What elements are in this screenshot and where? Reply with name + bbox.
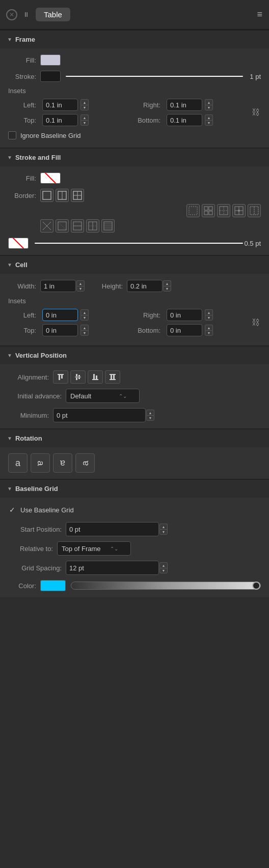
border-icon-12[interactable] xyxy=(86,219,99,233)
border-icon-6[interactable] xyxy=(217,204,230,217)
minimum-spinner[interactable]: ▲ ▼ xyxy=(146,410,154,421)
cell-bottom-up-btn[interactable]: ▲ xyxy=(205,325,213,330)
sf-stroke-swatch[interactable] xyxy=(8,238,29,249)
cell-width-up-btn[interactable]: ▲ xyxy=(76,280,85,286)
cell-top-input[interactable] xyxy=(42,324,78,336)
top-down-btn[interactable]: ▼ xyxy=(80,120,89,126)
cell-left-input[interactable] xyxy=(42,309,78,321)
start-position-spinner[interactable]: ▲ ▼ xyxy=(159,524,168,535)
cell-width-down-btn[interactable]: ▼ xyxy=(76,286,85,292)
rotation-btn-180[interactable]: a xyxy=(53,453,72,473)
vertical-section-header[interactable]: ▼ Vertical Position xyxy=(0,346,269,364)
stroke-slider[interactable] xyxy=(66,76,243,77)
color-slider-thumb[interactable] xyxy=(252,582,260,590)
cell-width-spinner[interactable]: ▲ ▼ xyxy=(76,280,85,292)
initial-advance-select[interactable]: Default ⌃⌄ xyxy=(66,389,140,403)
cell-bottom-down-btn[interactable]: ▼ xyxy=(205,330,213,336)
rotation-section-header[interactable]: ▼ Rotation xyxy=(0,429,269,447)
bottom-up-btn[interactable]: ▲ xyxy=(205,114,213,120)
cell-width-label: Width: xyxy=(8,282,36,290)
start-position-input[interactable] xyxy=(66,522,159,536)
top-spinner[interactable]: ▲ ▼ xyxy=(80,114,89,126)
top-up-btn[interactable]: ▲ xyxy=(80,114,89,120)
cell-left-spinner[interactable]: ▲ ▼ xyxy=(80,309,89,321)
border-icon-7[interactable] xyxy=(232,204,246,217)
border-icon-11[interactable] xyxy=(71,219,84,233)
cell-right-up-btn[interactable]: ▲ xyxy=(205,309,213,315)
border-icon-5[interactable] xyxy=(202,204,215,217)
top-input[interactable] xyxy=(42,114,78,126)
right-down-btn[interactable]: ▼ xyxy=(205,105,213,110)
cell-right-spinner[interactable]: ▲ ▼ xyxy=(205,309,213,321)
cell-bottom-spinner[interactable]: ▲ ▼ xyxy=(205,325,213,336)
cell-height-input[interactable] xyxy=(127,280,163,292)
align-bottom-btn[interactable] xyxy=(88,370,103,384)
left-up-btn[interactable]: ▲ xyxy=(80,99,89,105)
cell-section-header[interactable]: ▼ Cell xyxy=(0,256,269,274)
left-input[interactable] xyxy=(42,99,78,111)
left-spinner[interactable]: ▲ ▼ xyxy=(80,99,89,110)
stroke-fill-section-header[interactable]: ▼ Stroke and Fill xyxy=(0,149,269,166)
border-icon-3[interactable] xyxy=(71,189,84,202)
border-icon-9[interactable] xyxy=(40,219,53,233)
frame-section-header[interactable]: ▼ Frame xyxy=(0,31,269,48)
relative-to-select[interactable]: Top of Frame ⌃⌄ xyxy=(57,541,131,556)
rotation-btn-normal[interactable]: a xyxy=(8,453,28,473)
bottom-down-btn[interactable]: ▼ xyxy=(205,120,213,126)
minimum-down-btn[interactable]: ▼ xyxy=(146,415,154,421)
minimum-input[interactable] xyxy=(53,408,146,422)
start-position-down-btn[interactable]: ▼ xyxy=(159,529,168,535)
border-icon-2[interactable] xyxy=(56,189,69,202)
close-button[interactable]: ✕ xyxy=(6,9,17,20)
sf-fill-swatch[interactable] xyxy=(40,172,61,184)
right-spinner[interactable]: ▲ ▼ xyxy=(205,99,213,110)
cell-link-icon[interactable]: ⛓ xyxy=(251,318,261,327)
cell-height-down-btn[interactable]: ▼ xyxy=(163,286,171,292)
left-down-btn[interactable]: ▼ xyxy=(80,105,89,110)
grid-spacing-input[interactable] xyxy=(66,561,159,575)
link-icon[interactable]: ⛓ xyxy=(251,108,261,117)
cell-width-input[interactable] xyxy=(40,280,76,292)
cell-left-down-btn[interactable]: ▼ xyxy=(80,315,89,321)
ignore-baseline-checkbox[interactable] xyxy=(8,131,16,139)
color-swatch[interactable] xyxy=(40,580,66,591)
stroke-row: Stroke: 1 pt xyxy=(8,71,261,82)
border-icon-8[interactable] xyxy=(248,204,261,217)
baseline-section-header[interactable]: ▼ Baseline Grid xyxy=(0,480,269,498)
pause-button[interactable]: ⏸ xyxy=(21,10,31,19)
fill-swatch[interactable] xyxy=(40,54,61,66)
border-icon-13[interactable] xyxy=(101,219,115,233)
cell-top-spinner[interactable]: ▲ ▼ xyxy=(80,325,89,336)
right-input[interactable] xyxy=(167,99,202,111)
align-justify-btn[interactable] xyxy=(105,370,120,384)
menu-icon[interactable]: ≡ xyxy=(257,9,263,20)
cell-right-down-btn[interactable]: ▼ xyxy=(205,315,213,321)
bottom-spinner[interactable]: ▲ ▼ xyxy=(205,114,213,126)
align-middle-btn[interactable] xyxy=(70,370,86,384)
cell-top-down-btn[interactable]: ▼ xyxy=(80,330,89,336)
start-position-up-btn[interactable]: ▲ xyxy=(159,524,168,529)
rotation-btn-270[interactable]: a xyxy=(75,453,95,473)
cell-right-input[interactable] xyxy=(167,309,202,321)
cell-top-up-btn[interactable]: ▲ xyxy=(80,325,89,330)
color-slider[interactable] xyxy=(71,582,261,590)
cell-height-up-btn[interactable]: ▲ xyxy=(163,280,171,286)
cell-bottom-input[interactable] xyxy=(167,324,202,336)
grid-spacing-spinner[interactable]: ▲ ▼ xyxy=(159,562,168,573)
right-up-btn[interactable]: ▲ xyxy=(205,99,213,105)
cell-height-spinner[interactable]: ▲ ▼ xyxy=(163,280,171,292)
stroke-swatch[interactable] xyxy=(40,71,61,82)
sf-stroke-slider[interactable] xyxy=(35,243,243,244)
grid-spacing-down-btn[interactable]: ▼ xyxy=(159,568,168,573)
bottom-input[interactable] xyxy=(167,114,202,126)
border-icon-4[interactable] xyxy=(186,204,200,217)
minimum-up-btn[interactable]: ▲ xyxy=(146,410,154,415)
border-icon-10[interactable] xyxy=(56,219,69,233)
rotation-btn-90[interactable]: a xyxy=(31,453,50,473)
svg-rect-33 xyxy=(58,374,64,375)
border-icon-1[interactable] xyxy=(40,189,53,202)
cell-chevron-icon: ▼ xyxy=(7,262,12,268)
cell-left-up-btn[interactable]: ▲ xyxy=(80,309,89,315)
grid-spacing-up-btn[interactable]: ▲ xyxy=(159,562,168,568)
align-top-btn[interactable] xyxy=(53,370,68,384)
